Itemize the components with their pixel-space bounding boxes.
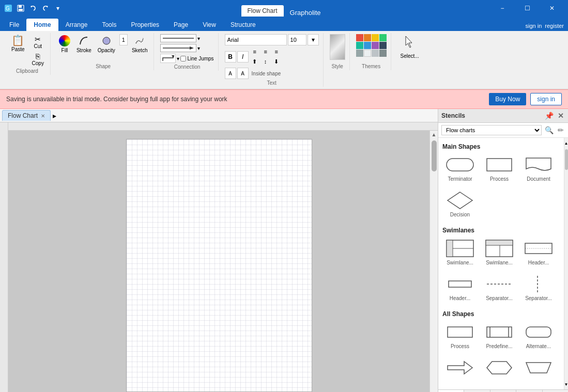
stencil-all-process[interactable]: Process xyxy=(442,320,478,351)
minimize-btn[interactable]: − xyxy=(490,0,514,17)
panel-tab-icon-f[interactable]: Icon F... xyxy=(516,390,542,392)
opacity-btn[interactable]: Opacity xyxy=(96,34,117,54)
font-size-input[interactable] xyxy=(288,34,306,45)
canvas-tab-flowchart[interactable]: Flow Chart ✕ xyxy=(2,110,51,121)
stroke-btn[interactable]: Stroke xyxy=(74,34,94,54)
warning-bar: Saving is unavailable in trial mode. Con… xyxy=(0,89,568,109)
paste-btn[interactable]: 📋 Paste xyxy=(8,34,28,53)
stencil-predefined[interactable]: Predefine... xyxy=(482,320,517,351)
align-top-btn[interactable]: ⬆ xyxy=(250,57,260,66)
fill-btn[interactable]: Fill xyxy=(57,34,72,54)
select-btn[interactable]: Select... xyxy=(397,34,422,60)
svg-marker-10 xyxy=(190,46,194,50)
line-end-dropdown[interactable]: ▾ xyxy=(197,45,200,51)
scroll-thumb-v[interactable] xyxy=(432,140,437,171)
section-title-all-shapes: All Shapes xyxy=(442,307,560,320)
style-label: Style xyxy=(331,64,343,69)
stencil-alternate[interactable]: Alternate... xyxy=(521,320,556,351)
stencil-trapezoid[interactable] xyxy=(521,355,556,380)
line-style-dropdown[interactable]: ▾ xyxy=(197,36,200,41)
shape-group: Fill Stroke Opacity 1 Ske xyxy=(53,33,155,70)
align-bottom-btn[interactable]: ⬇ xyxy=(271,57,282,66)
panel-tab-layers[interactable]: Layers xyxy=(464,390,490,392)
register-link[interactable]: register xyxy=(545,23,564,29)
dropdown-font-btn[interactable]: ▾ xyxy=(308,34,319,45)
stencil-separator-line[interactable]: Separator... xyxy=(521,272,556,303)
stencil-header[interactable]: Header... xyxy=(521,236,556,268)
quick-access-dropdown[interactable]: ▾ xyxy=(54,4,62,12)
title-tab-flowchart[interactable]: Flow Chart xyxy=(241,5,284,17)
redo-icon[interactable] xyxy=(41,4,50,12)
stencils-search-btn[interactable]: 🔍 xyxy=(544,125,555,135)
window-controls[interactable]: − ☐ ✕ xyxy=(490,0,564,17)
font-color-btn[interactable]: A xyxy=(225,68,236,79)
stencils-vscrollbar[interactable]: ▲ ▼ xyxy=(564,138,568,389)
buy-now-btn[interactable]: Buy Now xyxy=(489,93,526,105)
line-end-style[interactable] xyxy=(160,44,196,52)
align-left-btn[interactable]: ≡ xyxy=(250,47,260,56)
opacity-value[interactable]: 1 xyxy=(122,37,125,43)
text-highlight-btn[interactable]: A xyxy=(237,68,249,79)
clipboard-buttons: 📋 Paste ✂ Cut ⎘ Copy xyxy=(8,34,46,67)
tab-page[interactable]: Page xyxy=(166,19,195,31)
stencils-pin-btn[interactable]: 📌 xyxy=(544,111,555,121)
stencil-process[interactable]: Process xyxy=(482,152,517,184)
style-preview[interactable] xyxy=(330,34,345,60)
stencil-decision[interactable]: Decision xyxy=(442,188,478,219)
align-right-btn[interactable]: ≡ xyxy=(271,47,282,56)
canvas-drawing-area[interactable] xyxy=(8,131,429,392)
italic-btn[interactable]: I xyxy=(237,51,249,62)
stencil-document[interactable]: Document xyxy=(521,152,556,184)
line-routing-btn[interactable] xyxy=(160,54,176,63)
stencil-swimlane-v[interactable]: Swimlane... xyxy=(482,236,517,268)
copy-btn[interactable]: ⎘ Copy xyxy=(30,51,46,67)
align-middle-btn[interactable]: ↕ xyxy=(260,57,271,66)
line-style-1[interactable] xyxy=(160,34,196,42)
themes-grid[interactable] xyxy=(356,34,387,57)
line-routing-dropdown[interactable]: ▾ xyxy=(177,56,179,61)
tab-structure[interactable]: Structure xyxy=(223,19,263,31)
stencils-scroll-up[interactable]: ▲ xyxy=(564,138,568,148)
align-center-btn[interactable]: ≡ xyxy=(260,47,271,56)
stencil-header-sm[interactable]: Header... xyxy=(442,272,478,303)
close-btn[interactable]: ✕ xyxy=(540,0,564,17)
tab-tools[interactable]: Tools xyxy=(95,19,124,31)
stencil-terminator[interactable]: Terminator xyxy=(442,152,478,184)
tab-home[interactable]: Home xyxy=(26,19,58,31)
panel-tab-notes[interactable]: Notes xyxy=(490,390,516,392)
line-jumps-label[interactable]: Line Jumps xyxy=(180,56,213,61)
stencil-arrow-right[interactable] xyxy=(442,355,478,380)
stencils-close-btn[interactable]: ✕ xyxy=(557,111,565,121)
save-icon[interactable] xyxy=(17,4,25,12)
canvas-tab-scroll[interactable]: ▸ xyxy=(53,112,56,120)
stencils-category-select[interactable]: Flow charts xyxy=(441,125,542,135)
stencil-hexagon[interactable] xyxy=(482,355,517,380)
header-label: Header... xyxy=(528,260,549,265)
stencil-swimlane-h[interactable]: Swimlane... xyxy=(442,236,478,268)
warning-signin-btn[interactable]: sign in xyxy=(530,93,562,105)
main-shapes-grid: Terminator Process xyxy=(442,152,560,219)
bold-btn[interactable]: B xyxy=(225,51,236,62)
scroll-up-arrow[interactable]: ▲ xyxy=(430,131,438,138)
stencils-scroll-down[interactable]: ▼ xyxy=(564,379,568,389)
canvas-paper[interactable] xyxy=(126,139,312,392)
stencils-scroll-thumb[interactable] xyxy=(565,149,568,170)
stencils-edit-btn[interactable]: ✏ xyxy=(557,125,565,135)
canvas-vscrollbar[interactable]: ▲ ▼ xyxy=(429,131,438,392)
tab-file[interactable]: File xyxy=(2,19,26,31)
panel-tab-fill-pi[interactable]: Fill Pi... xyxy=(543,390,568,392)
stencil-separator-dots[interactable]: Separator... xyxy=(482,272,517,303)
undo-icon[interactable] xyxy=(29,4,37,12)
cut-btn[interactable]: ✂ Cut xyxy=(30,34,46,50)
sketch-btn[interactable]: Sketch xyxy=(130,34,150,54)
font-name-input[interactable] xyxy=(225,34,287,45)
tab-view[interactable]: View xyxy=(195,19,223,31)
line-jumps-checkbox[interactable] xyxy=(180,56,186,61)
signin-link[interactable]: sign in xyxy=(526,23,542,29)
tab-properties[interactable]: Properties xyxy=(124,19,166,31)
maximize-btn[interactable]: ☐ xyxy=(515,0,539,17)
panel-tab-stencils[interactable]: Sten... xyxy=(438,390,464,392)
separator-dots-label: Separator... xyxy=(486,295,513,301)
tab-arrange[interactable]: Arrange xyxy=(58,19,95,31)
canvas-tab-close[interactable]: ✕ xyxy=(41,113,45,119)
